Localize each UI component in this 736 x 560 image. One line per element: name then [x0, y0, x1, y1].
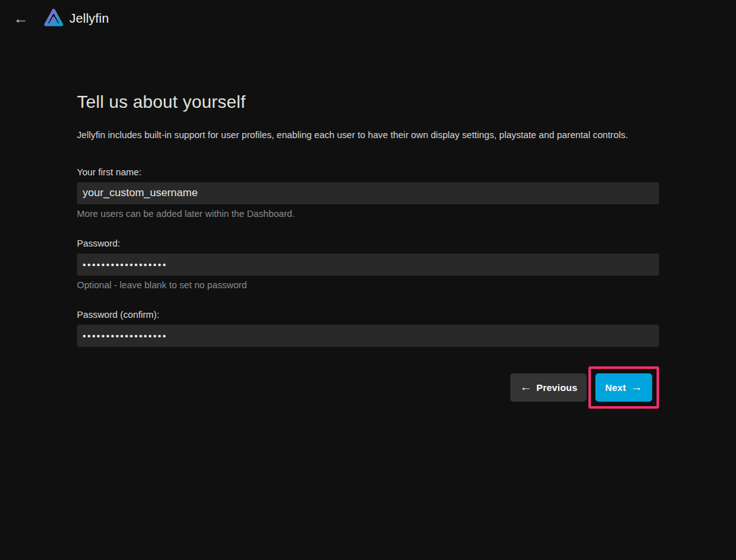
previous-button-label: Previous — [537, 382, 578, 393]
wizard-nav-buttons: ← Previous Next → — [77, 366, 659, 409]
jellyfin-logo-icon — [43, 8, 64, 29]
arrow-left-icon: ← — [520, 381, 532, 393]
app-name-text: Jellyfin — [69, 11, 109, 26]
back-button[interactable]: ← — [9, 6, 33, 30]
jellyfin-setup-wizard: ← Jellyfin Tell us about yourself Jellyf… — [0, 0, 736, 560]
page-title: Tell us about yourself — [77, 92, 659, 112]
app-logo: Jellyfin — [43, 8, 109, 29]
header-bar: ← Jellyfin — [0, 0, 736, 37]
next-button-highlight-annotation: Next → — [588, 366, 659, 409]
username-helper-text: More users can be added later within the… — [77, 209, 659, 219]
username-input[interactable] — [77, 182, 659, 204]
password-helper-text: Optional - leave blank to set no passwor… — [77, 280, 659, 290]
next-button[interactable]: Next → — [595, 373, 652, 402]
password-confirm-input[interactable] — [77, 325, 659, 347]
next-button-label: Next — [605, 382, 626, 393]
page-description: Jellyfin includes built-in support for u… — [77, 129, 659, 142]
password-label: Password: — [77, 238, 659, 248]
password-field-group: Password: Optional - leave blank to set … — [77, 238, 659, 290]
arrow-right-icon: → — [631, 381, 643, 393]
password-input[interactable] — [77, 254, 659, 276]
wizard-content: Tell us about yourself Jellyfin includes… — [77, 37, 659, 409]
username-label: Your first name: — [77, 167, 659, 177]
username-field-group: Your first name: More users can be added… — [77, 167, 659, 219]
previous-button[interactable]: ← Previous — [510, 373, 587, 402]
back-arrow-icon: ← — [13, 11, 28, 26]
password-confirm-label: Password (confirm): — [77, 310, 659, 320]
password-confirm-field-group: Password (confirm): — [77, 310, 659, 347]
